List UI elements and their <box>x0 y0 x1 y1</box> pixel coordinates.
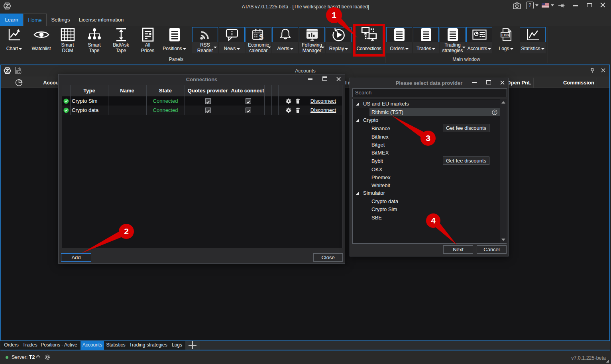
svg-text:?: ? <box>493 110 495 114</box>
svg-text:LOG: LOG <box>501 33 509 37</box>
svg-text:$: $ <box>259 33 263 41</box>
